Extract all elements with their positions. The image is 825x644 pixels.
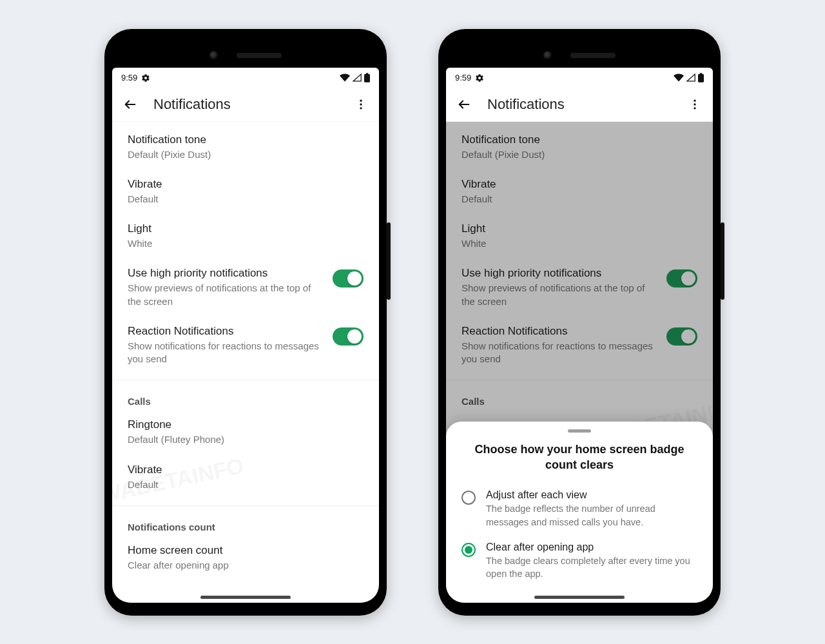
svg-rect-5: [698, 74, 704, 83]
setting-vibrate-calls[interactable]: Vibrate Default: [112, 456, 379, 500]
page-title: Notifications: [153, 96, 231, 113]
setting-value: Default: [128, 478, 364, 491]
setting-value: White: [128, 237, 364, 250]
setting-ringtone[interactable]: Ringtone Default (Flutey Phone): [112, 411, 379, 455]
setting-high-priority[interactable]: Use high priority notifications Show pre…: [112, 259, 379, 317]
setting-value: Default: [128, 193, 364, 206]
section-header-count: Notifications count: [112, 511, 379, 536]
phone-device-right: 9:59 Notifications: [438, 29, 721, 616]
status-bar: 9:59: [446, 68, 713, 86]
option-adjust-after-each-view[interactable]: Adjust after each view The badge reflect…: [446, 483, 713, 535]
phone-earpiece: [543, 51, 616, 60]
battery-icon: [698, 73, 704, 83]
gesture-nav-bar: [200, 596, 291, 599]
svg-point-7: [694, 100, 695, 102]
phone-device-left: 9:59 Notifications: [104, 29, 387, 616]
setting-reaction-notifications[interactable]: Reaction Notifications Show notification…: [112, 317, 379, 375]
setting-title: Reaction Notifications: [128, 325, 322, 338]
signal-icon: [353, 73, 362, 82]
gear-icon: [141, 73, 150, 83]
setting-notification-tone[interactable]: Notification tone Default (Pixie Dust): [112, 126, 379, 170]
gesture-nav-bar: [534, 596, 625, 599]
more-vert-icon: [354, 98, 367, 111]
option-title: Clear after opening app: [486, 542, 697, 553]
divider: [112, 505, 379, 506]
setting-value: Clear after opening app: [128, 559, 364, 572]
radio-icon: [461, 543, 476, 557]
setting-title: Notification tone: [128, 133, 364, 146]
app-bar: Notifications: [112, 86, 379, 122]
back-button[interactable]: [452, 93, 476, 116]
option-clear-after-opening-app[interactable]: Clear after opening app The badge clears…: [446, 535, 713, 587]
back-button[interactable]: [119, 93, 142, 116]
gear-icon: [475, 73, 484, 83]
setting-subtitle: Show previews of notifications at the to…: [128, 282, 322, 308]
toggle-reaction[interactable]: [333, 327, 364, 346]
setting-title: Light: [128, 222, 364, 235]
more-menu-button[interactable]: [683, 93, 706, 116]
svg-rect-6: [700, 73, 703, 74]
option-subtitle: The badge reflects the number of unread …: [486, 502, 697, 529]
phone-earpiece: [209, 51, 282, 60]
setting-home-screen-count[interactable]: Home screen count Clear after opening ap…: [112, 536, 379, 581]
svg-point-4: [360, 107, 362, 109]
svg-rect-1: [366, 73, 369, 74]
divider: [112, 380, 379, 380]
setting-light[interactable]: Light White: [112, 215, 379, 259]
phone-screen-left: 9:59 Notifications: [112, 68, 379, 603]
status-bar: 9:59: [112, 68, 379, 86]
setting-title: Vibrate: [128, 463, 364, 476]
app-bar: Notifications: [446, 86, 713, 122]
sheet-title: Choose how your home screen badge count …: [446, 442, 713, 473]
setting-vibrate-messages[interactable]: Vibrate Default: [112, 170, 379, 215]
arrow-left-icon: [123, 97, 137, 112]
settings-content: WABETAINFO Notification tone Default (Pi…: [446, 122, 713, 603]
more-vert-icon: [688, 98, 701, 111]
setting-title: Ringtone: [128, 418, 364, 431]
toggle-high-priority[interactable]: [333, 269, 364, 288]
badge-count-bottom-sheet: Choose how your home screen badge count …: [446, 422, 713, 603]
svg-point-9: [694, 107, 695, 109]
option-subtitle: The badge clears completely after every …: [486, 554, 697, 581]
setting-title: Home screen count: [128, 544, 364, 557]
arrow-left-icon: [457, 97, 471, 112]
svg-point-8: [694, 103, 695, 105]
svg-point-2: [360, 100, 362, 102]
setting-value: Default (Flutey Phone): [128, 433, 364, 446]
status-time: 9:59: [121, 73, 137, 83]
svg-rect-0: [364, 74, 370, 83]
battery-icon: [364, 73, 370, 83]
sheet-drag-handle[interactable]: [568, 429, 591, 433]
setting-title: Use high priority notifications: [128, 267, 322, 280]
svg-point-3: [360, 103, 362, 105]
setting-subtitle: Show notifications for reactions to mess…: [128, 340, 322, 366]
signal-icon: [686, 73, 695, 82]
wifi-icon: [674, 73, 684, 82]
settings-content: WABETAINFO Notification tone Default (Pi…: [112, 122, 379, 603]
radio-icon: [461, 491, 476, 505]
section-header-calls: Calls: [112, 385, 379, 411]
more-menu-button[interactable]: [349, 93, 373, 116]
status-time: 9:59: [455, 73, 471, 83]
phone-screen-right: 9:59 Notifications: [446, 68, 713, 603]
wifi-icon: [340, 73, 350, 82]
option-title: Adjust after each view: [486, 489, 697, 501]
setting-value: Default (Pixie Dust): [128, 148, 364, 161]
page-title: Notifications: [487, 96, 565, 113]
setting-title: Vibrate: [128, 178, 364, 191]
